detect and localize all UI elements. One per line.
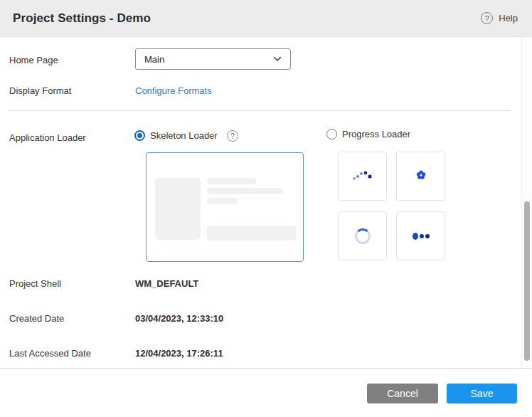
radio-selected-icon xyxy=(134,130,145,141)
display-format-label: Display Format xyxy=(9,85,71,96)
project-settings-dialog: Project Settings - Demo ? Help Home Page… xyxy=(0,0,532,417)
gear-spinner-icon xyxy=(415,169,427,184)
dots-arc-spinner-icon xyxy=(351,167,375,186)
progress-loader-label: Progress Loader xyxy=(342,129,410,139)
last-accessed-date-label: Last Accessed Date xyxy=(9,348,91,359)
skeleton-loader-radio[interactable]: Skeleton Loader ? xyxy=(134,129,238,142)
progress-variant-gear[interactable] xyxy=(396,152,445,201)
skeleton-block-placeholder xyxy=(207,226,296,241)
project-shell-label: Project Shell xyxy=(9,278,61,289)
skeleton-text-line xyxy=(207,178,256,184)
skeleton-image-placeholder xyxy=(155,178,201,240)
radio-unselected-icon xyxy=(326,129,337,139)
home-page-label: Home Page xyxy=(9,55,58,65)
progress-variant-bouncing-dots[interactable] xyxy=(396,211,445,260)
scrollbar-thumb[interactable] xyxy=(524,201,530,361)
created-date-value: 03/04/2023, 12:33:10 xyxy=(135,313,223,324)
question-circle-icon: ? xyxy=(481,12,493,24)
progress-loader-radio[interactable]: Progress Loader xyxy=(326,129,410,139)
chevron-down-icon xyxy=(273,56,282,62)
skeleton-text-line xyxy=(207,188,283,194)
application-loader-label: Application Loader xyxy=(9,132,86,143)
progress-variant-dots-arc[interactable] xyxy=(338,152,387,201)
project-shell-value: WM_DEFAULT xyxy=(135,278,198,289)
ring-spinner-icon xyxy=(355,228,371,244)
dialog-header: Project Settings - Demo ? Help xyxy=(0,0,532,37)
skeleton-loader-label: Skeleton Loader xyxy=(150,130,218,141)
created-date-label: Created Date xyxy=(9,313,64,324)
help-button[interactable]: ? Help xyxy=(481,12,518,24)
cancel-button[interactable]: Cancel xyxy=(367,384,438,403)
home-page-selected-value: Main xyxy=(144,54,164,65)
progress-variant-ring[interactable] xyxy=(338,211,387,260)
last-accessed-date-value: 12/04/2023, 17:26:11 xyxy=(135,348,223,359)
skeleton-loader-preview xyxy=(146,152,304,262)
help-label: Help xyxy=(499,13,518,23)
skeleton-loader-help-icon[interactable]: ? xyxy=(227,129,238,142)
save-button[interactable]: Save xyxy=(447,384,517,403)
section-divider xyxy=(9,110,511,111)
bouncing-dots-spinner-icon xyxy=(413,233,430,240)
home-page-select[interactable]: Main xyxy=(135,48,291,70)
skeleton-text-line xyxy=(207,198,238,204)
page-title: Project Settings - Demo xyxy=(13,11,151,26)
dialog-footer: Cancel Save xyxy=(0,368,532,417)
configure-formats-link[interactable]: Configure Formats xyxy=(135,85,212,96)
